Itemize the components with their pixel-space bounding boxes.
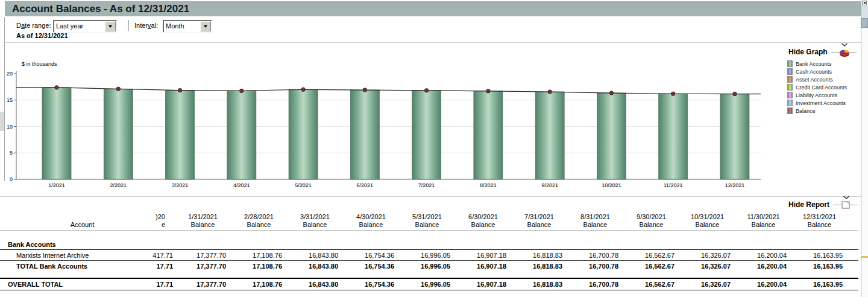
- balance-value: 16,200.04: [735, 278, 791, 290]
- spacer-row: [0, 231, 858, 240]
- column-header[interactable]: 12/31/2021Balance: [791, 204, 848, 231]
- balance-value: 16,907.18: [455, 250, 511, 261]
- section-title: Bank Accounts: [0, 239, 858, 250]
- legend-swatch: [787, 107, 793, 114]
- legend-label: Asset Accounts: [796, 77, 833, 83]
- legend-label: Liability Accounts: [796, 92, 837, 98]
- pie-chart-icon: [838, 48, 851, 57]
- account-balances-bar-chart: 05101520$ in thousands1/20212/20213/2021…: [0, 57, 778, 195]
- balance-value: 16,907.18: [455, 278, 511, 290]
- interval-select[interactable]: Month: [163, 20, 212, 33]
- dropdown-arrow-icon[interactable]: [200, 21, 211, 31]
- svg-text:8/2021: 8/2021: [480, 182, 497, 188]
- scrollbar-button-glyph: [864, 2, 866, 4]
- balance-value: 16,843.80: [287, 250, 343, 261]
- balance-value: 16,700.78: [567, 250, 623, 261]
- left-edge-strip: [0, 17, 5, 181]
- account-name: TOTAL Bank Accounts: [0, 261, 148, 272]
- column-header[interactable]: 4/30/2021Balance: [343, 204, 399, 231]
- svg-text:15: 15: [7, 97, 13, 103]
- balance-value: 16,562.67: [623, 278, 679, 290]
- hide-graph-label: Hide Graph: [788, 48, 828, 56]
- scrollbar-track[interactable]: [861, 6, 868, 18]
- balance-value: 16,843.80: [287, 278, 343, 290]
- left-edge-segment: [0, 112, 4, 131]
- balance-value: 16,562.67: [623, 261, 679, 272]
- chevron-down-icon[interactable]: [841, 43, 848, 47]
- svg-text:7/2021: 7/2021: [418, 182, 435, 188]
- balance-value: 17,108.76: [231, 261, 287, 272]
- overall-total-row: OVERALL TOTAL17.7117,377.7017,108.7616,8…: [0, 278, 858, 290]
- balance-value: 17,108.76: [231, 250, 287, 261]
- legend-item: Bank Accounts: [787, 60, 847, 68]
- section-divider: [0, 196, 861, 197]
- account-name: OVERALL TOTAL: [0, 278, 148, 290]
- legend-swatch: [787, 92, 793, 98]
- column-header[interactable]: 8/31/2021Balance: [567, 204, 623, 231]
- balance-value: 16,907.18: [455, 261, 511, 272]
- balance-value: 16,754.36: [343, 250, 399, 261]
- vertical-scrollbar[interactable]: [861, 0, 868, 297]
- balance-value: 16,700.78: [567, 261, 623, 272]
- as-of-label: As of 12/31/2021: [16, 32, 68, 39]
- interval-value: Month: [166, 21, 184, 31]
- svg-text:5: 5: [10, 150, 13, 156]
- scrollbar-thumb[interactable]: [861, 18, 868, 28]
- balance-value: 16,996.05: [399, 250, 455, 261]
- svg-text:2/2021: 2/2021: [110, 182, 127, 188]
- chevron-down-icon[interactable]: [843, 196, 850, 200]
- down-arrow-icon: [204, 25, 207, 30]
- column-header[interactable]: 6/30/2021Balance: [455, 204, 511, 231]
- svg-text:0: 0: [10, 176, 13, 182]
- column-header[interactable]: 9/30/2021Balance: [623, 204, 679, 231]
- legend-item: Cash Accounts: [787, 68, 847, 75]
- svg-text:10/2021: 10/2021: [602, 182, 621, 188]
- account-name[interactable]: Marxists Internet Archive: [0, 250, 148, 261]
- column-header-account[interactable]: Account: [0, 204, 148, 231]
- legend-label: Credit Card Accounts: [796, 85, 847, 91]
- balance-value: 16,754.36: [343, 278, 399, 290]
- balance-value: 16,163.95: [791, 278, 848, 290]
- date-range-value: Last year: [56, 21, 83, 31]
- svg-text:4/2021: 4/2021: [233, 182, 250, 188]
- spacer-row: [0, 272, 858, 278]
- balance-value: 17,108.76: [231, 278, 287, 290]
- balance-value: 417.71: [148, 250, 175, 261]
- column-header-filler: [848, 204, 858, 231]
- column-header[interactable]: 7/31/2021Balance: [511, 204, 567, 231]
- date-range-select[interactable]: Last year: [53, 20, 117, 33]
- window-title-bar: Account Balances - As of 12/31/2021: [5, 1, 861, 16]
- balance-value: 17,377.70: [175, 278, 231, 290]
- column-header[interactable]: 10/31/2021Balance: [679, 204, 735, 231]
- graph-collapse-control[interactable]: [831, 46, 857, 57]
- column-header[interactable]: 3/31/2021Balance: [287, 204, 343, 231]
- column-header[interactable]: 1/31/2021Balance: [175, 204, 231, 231]
- svg-text:5/2021: 5/2021: [295, 182, 312, 188]
- column-header[interactable]: 11/30/2021Balance: [735, 204, 791, 231]
- balance-value: 17,377.70: [175, 261, 231, 272]
- scrollbar-marker: [861, 256, 868, 258]
- legend-swatch: [787, 84, 793, 91]
- legend-swatch: [787, 100, 793, 106]
- section-total-row: TOTAL Bank Accounts17.7117,377.7017,108.…: [0, 261, 858, 272]
- legend-swatch: [787, 76, 793, 83]
- legend-swatch: [787, 68, 793, 75]
- column-header[interactable]: 2/28/2021Balance: [231, 204, 287, 231]
- balance-value: 16,818.83: [511, 261, 567, 272]
- balance-value: 16,326.07: [679, 278, 735, 290]
- column-header[interactable]: 5/31/2021Balance: [399, 204, 455, 231]
- balance-value: 16,326.07: [679, 250, 735, 261]
- legend-label: Bank Accounts: [796, 61, 832, 67]
- svg-text:20: 20: [7, 71, 13, 77]
- balance-report: Account)20e1/31/2021Balance2/28/2021Bala…: [0, 204, 858, 290]
- account-row[interactable]: Marxists Internet Archive417.7117,377.70…: [0, 250, 858, 261]
- report-table: Account)20e1/31/2021Balance2/28/2021Bala…: [0, 204, 858, 290]
- column-header[interactable]: )20e: [148, 204, 175, 231]
- balance-value: 16,200.04: [735, 261, 791, 272]
- balance-value: 16,754.36: [343, 261, 399, 272]
- hide-graph-button[interactable]: Hide Graph: [788, 46, 857, 57]
- section-divider: [0, 42, 861, 43]
- legend-item: Liability Accounts: [787, 91, 847, 99]
- svg-text:12/2021: 12/2021: [725, 182, 745, 188]
- dropdown-arrow-icon[interactable]: [105, 21, 116, 31]
